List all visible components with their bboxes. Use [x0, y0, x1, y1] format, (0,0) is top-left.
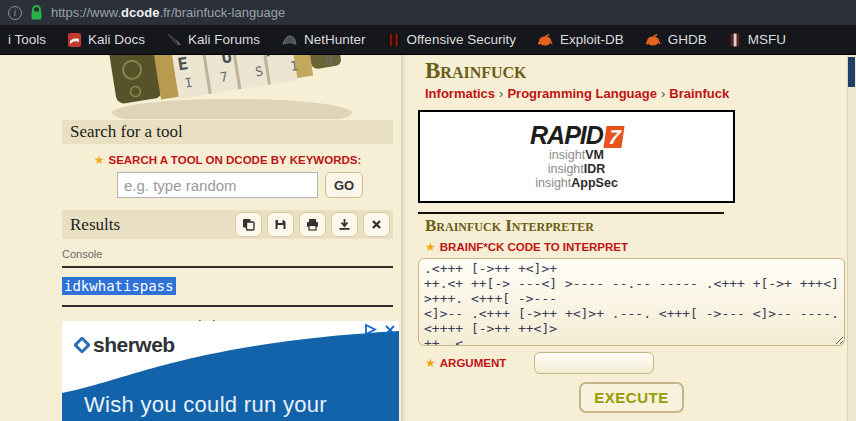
- rapid7-product: insightAppSec: [535, 176, 618, 190]
- save-button[interactable]: [267, 212, 294, 237]
- page-scrollbar-thumb[interactable]: [848, 57, 855, 87]
- save-icon: [274, 218, 287, 231]
- go-button[interactable]: GO: [325, 172, 363, 198]
- bookmark-nethunter[interactable]: NetHunter: [281, 32, 366, 48]
- interpreter-section-heading: Brainfuck Interpreter: [425, 216, 845, 236]
- section-top-border: [418, 212, 724, 214]
- copy-button[interactable]: [235, 212, 262, 237]
- rapid7-product: insightIDR: [548, 162, 606, 176]
- results-section-header: Results: [62, 210, 393, 239]
- bookmark-exploit-db[interactable]: Exploit-DB: [537, 32, 624, 48]
- bookmark-offensive-security[interactable]: Offensive Security: [387, 32, 516, 48]
- argument-input[interactable]: [534, 352, 654, 374]
- console-output[interactable]: idkwhatispass: [62, 278, 399, 294]
- sherweb-diamond-icon: [74, 337, 90, 353]
- kali-forums-icon: [166, 32, 182, 48]
- star-icon: ★: [94, 153, 105, 167]
- rapid7-product: insightVM: [549, 148, 604, 162]
- bookmark-kali-docs[interactable]: Kali Docs: [67, 32, 145, 48]
- msfu-icon: [728, 32, 742, 48]
- argument-label: ★ARGUMENT: [425, 356, 506, 370]
- ad-controls: [364, 323, 396, 336]
- breadcrumb-informatics[interactable]: Informatics: [425, 86, 495, 101]
- search-keywords-label: ★SEARCH A TOOL ON DCODE BY KEYWORDS:: [62, 153, 393, 167]
- rapid7-ad[interactable]: RAPID7 insightVM insightIDR insightAppSe…: [418, 110, 735, 203]
- nethunter-icon: [281, 32, 298, 48]
- sherweb-wordmark: sherweb: [93, 333, 175, 357]
- download-button[interactable]: [331, 212, 358, 237]
- bookmarks-toolbar: i Tools Kali Docs Kali Forums NetHunter …: [0, 25, 856, 55]
- breadcrumb-separator: ›: [495, 86, 507, 101]
- divider: [62, 305, 393, 307]
- close-results-button[interactable]: [363, 212, 390, 237]
- brainfuck-code-textarea[interactable]: .<+++ [->++ +<]>+ ++.<+ ++[-> ---<] >---…: [418, 258, 845, 346]
- screen: i https://www.dcode.fr/brainfuck-languag…: [0, 0, 856, 421]
- rapid7-seven-mark: 7: [603, 126, 624, 148]
- adchoices-icon[interactable]: [364, 323, 378, 336]
- tool-search-input[interactable]: [117, 172, 318, 198]
- close-icon: [371, 219, 382, 230]
- sherweb-logo: sherweb: [74, 333, 175, 357]
- ad-close-icon[interactable]: [384, 324, 396, 336]
- rapid7-logo: RAPID7: [530, 123, 623, 148]
- console-label: Console: [62, 248, 399, 260]
- bookmark-kali-tools[interactable]: i Tools: [0, 32, 46, 48]
- selected-output-text: idkwhatispass: [62, 277, 176, 295]
- breadcrumb-separator: ›: [657, 86, 669, 101]
- url-bar[interactable]: i https://www.dcode.fr/brainfuck-languag…: [0, 0, 856, 25]
- search-section-heading: Search for a tool: [62, 120, 393, 144]
- ghdb-bug-icon: [645, 32, 662, 48]
- results-toolbar: [235, 212, 390, 237]
- execute-button[interactable]: EXECUTE: [579, 382, 683, 413]
- url-text[interactable]: https://www.dcode.fr/brainfuck-language: [51, 5, 285, 20]
- breadcrumb-brainfuck[interactable]: Brainfuck: [669, 86, 729, 101]
- column-divider: [401, 55, 406, 421]
- bookmark-msfu[interactable]: MSFU: [728, 32, 786, 48]
- padlock-icon[interactable]: [29, 5, 44, 21]
- copy-icon: [242, 218, 255, 231]
- left-sidebar: E U X L I 7 S 1 0 Search for a tool ★SEA…: [62, 55, 399, 421]
- star-icon: ★: [425, 240, 436, 254]
- kali-docs-icon: [67, 32, 82, 48]
- bookmark-kali-forums[interactable]: Kali Forums: [166, 32, 260, 48]
- breadcrumb-programming-language[interactable]: Programming Language: [507, 86, 657, 101]
- search-row: GO: [117, 172, 399, 198]
- divider: [62, 266, 393, 268]
- star-icon: ★: [425, 356, 436, 370]
- exploit-db-bug-icon: [537, 32, 554, 48]
- webpage: E U X L I 7 S 1 0 Search for a tool ★SEA…: [0, 55, 856, 421]
- kali-tools-icon: [0, 32, 2, 48]
- code-to-interpret-label: ★BRAINF*CK CODE TO INTERPRET: [425, 240, 845, 254]
- site-info-icon[interactable]: i: [8, 6, 22, 20]
- main-content: Brainfuck Informatics›Programming Langua…: [418, 55, 845, 421]
- page-title: Brainfuck: [425, 58, 845, 84]
- offensive-security-icon: [387, 32, 401, 48]
- bookmark-ghdb[interactable]: GHDB: [645, 32, 707, 48]
- page-scrollbar[interactable]: [847, 55, 856, 421]
- breadcrumb: Informatics›Programming Language›Brainfu…: [425, 86, 845, 101]
- printer-icon: [306, 218, 319, 231]
- sherweb-ad-banner[interactable]: sherweb Wish you could run your: [62, 321, 399, 421]
- argument-row: ★ARGUMENT: [425, 352, 845, 374]
- ad-headline: Wish you could run your: [84, 392, 327, 418]
- print-button[interactable]: [299, 212, 326, 237]
- cipher-wheel-photo: E U X L I 7 S 1 0: [62, 55, 393, 119]
- execute-row: EXECUTE: [418, 382, 845, 413]
- download-icon: [338, 218, 351, 231]
